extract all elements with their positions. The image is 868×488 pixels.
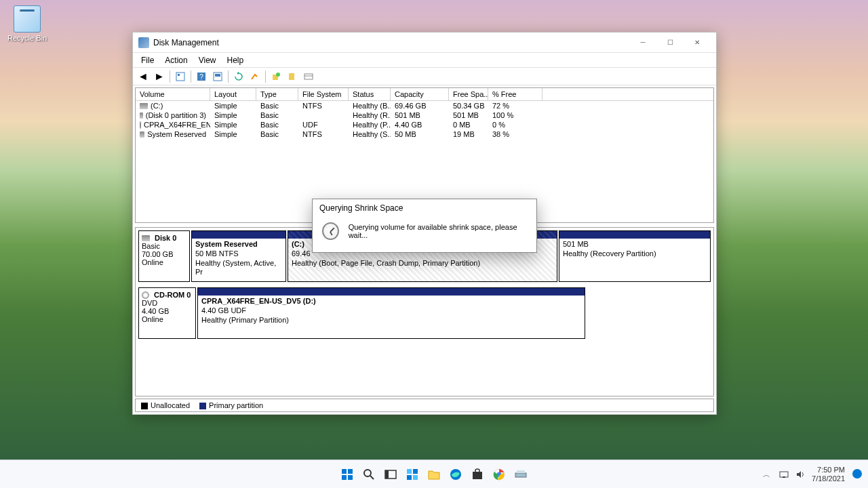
svg-point-31 bbox=[852, 469, 862, 479]
volume-row[interactable]: (C:)SimpleBasicNTFSHealthy (B...69.46 GB… bbox=[136, 101, 713, 110]
volume-row[interactable]: CPRA_X64FRE_EN-...SimpleBasicUDFHealthy … bbox=[136, 120, 713, 129]
svg-text:?: ? bbox=[199, 73, 203, 81]
unallocated-swatch bbox=[141, 403, 148, 409]
drive-icon bbox=[140, 113, 143, 119]
svg-point-7 bbox=[276, 73, 280, 77]
dialog-message: Querying volume for available shrink spa… bbox=[349, 223, 527, 239]
svg-rect-0 bbox=[176, 73, 184, 81]
taskbar-center bbox=[338, 466, 530, 483]
drive-icon bbox=[142, 235, 150, 241]
menu-file[interactable]: File bbox=[136, 54, 159, 66]
store-icon[interactable] bbox=[469, 466, 486, 483]
svg-rect-24 bbox=[473, 472, 482, 479]
app-icon bbox=[138, 37, 149, 48]
explorer-icon[interactable] bbox=[425, 466, 443, 483]
svg-rect-14 bbox=[348, 475, 353, 480]
svg-rect-28 bbox=[517, 470, 525, 473]
svg-point-15 bbox=[364, 470, 371, 476]
svg-rect-29 bbox=[780, 472, 788, 477]
window-title: Disk Management bbox=[153, 38, 629, 47]
maximize-button[interactable]: ☐ bbox=[656, 33, 684, 52]
svg-rect-5 bbox=[215, 74, 220, 77]
recycle-bin-icon bbox=[14, 5, 41, 33]
desktop: Recycle Bin Disk Management ─ ☐ ✕ File A… bbox=[0, 0, 868, 488]
task-view-icon[interactable] bbox=[382, 466, 399, 483]
titlebar[interactable]: Disk Management ─ ☐ ✕ bbox=[133, 33, 716, 53]
svg-rect-27 bbox=[515, 473, 526, 477]
partition[interactable]: System Reserved50 MB NTFSHealthy (System… bbox=[191, 230, 286, 282]
clock[interactable]: 7:50 PM 7/18/2021 bbox=[812, 466, 845, 483]
menu-action[interactable]: Action bbox=[159, 54, 193, 66]
widgets-icon[interactable] bbox=[403, 466, 421, 483]
col-capacity[interactable]: Capacity bbox=[391, 88, 449, 100]
volume-row[interactable]: System ReservedSimpleBasicNTFSHealthy (S… bbox=[136, 129, 713, 139]
menu-view[interactable]: View bbox=[193, 54, 222, 66]
svg-rect-19 bbox=[407, 469, 412, 474]
cd-icon bbox=[142, 291, 149, 299]
col-volume[interactable]: Volume bbox=[136, 88, 210, 100]
svg-line-16 bbox=[370, 476, 374, 479]
close-button[interactable]: ✕ bbox=[684, 33, 711, 52]
menu-help[interactable]: Help bbox=[222, 54, 250, 66]
menubar: File Action View Help bbox=[133, 53, 716, 68]
toolbar: ◄ ► ? bbox=[133, 68, 716, 85]
disk-mgmt-taskbar-icon[interactable] bbox=[512, 466, 530, 483]
disk-row: CD-ROM 0DVD4.40 GBOnlineCPRA_X64FRE_EN-U… bbox=[138, 287, 711, 339]
drive-icon bbox=[140, 131, 144, 138]
querying-shrink-dialog: Querying Shrink Space Querying volume fo… bbox=[312, 199, 537, 253]
col-type[interactable]: Type bbox=[256, 88, 298, 100]
wait-icon bbox=[322, 222, 339, 240]
col-filesystem[interactable]: File System bbox=[298, 88, 349, 100]
disk-label[interactable]: CD-ROM 0DVD4.40 GBOnline bbox=[138, 287, 196, 339]
col-percent-free[interactable]: % Free bbox=[488, 88, 542, 100]
svg-rect-13 bbox=[342, 475, 347, 480]
cd-icon bbox=[140, 121, 141, 129]
legend-unallocated: Unallocated bbox=[151, 401, 190, 409]
legend: Unallocated Primary partition bbox=[135, 399, 714, 412]
svg-rect-1 bbox=[178, 74, 180, 76]
disk-label[interactable]: Disk 0Basic70.00 GBOnline bbox=[138, 230, 190, 282]
show-hide-tree-button[interactable] bbox=[173, 69, 188, 84]
date: 7/18/2021 bbox=[812, 474, 845, 483]
drive-icon bbox=[140, 103, 148, 109]
volume-list-header: Volume Layout Type File System Status Ca… bbox=[136, 88, 713, 101]
col-free[interactable]: Free Spa... bbox=[449, 88, 488, 100]
action1-button[interactable] bbox=[269, 69, 283, 84]
col-status[interactable]: Status bbox=[349, 88, 391, 100]
legend-primary: Primary partition bbox=[209, 401, 263, 409]
recycle-bin[interactable]: Recycle Bin bbox=[7, 5, 47, 42]
minimize-button[interactable]: ─ bbox=[629, 33, 656, 52]
chrome-icon[interactable] bbox=[490, 466, 508, 483]
svg-rect-18 bbox=[385, 470, 389, 479]
rescan-button[interactable] bbox=[248, 69, 262, 84]
forward-button[interactable]: ► bbox=[152, 69, 167, 84]
svg-rect-22 bbox=[413, 475, 418, 480]
primary-swatch bbox=[199, 403, 206, 409]
volume-row[interactable]: (Disk 0 partition 3)SimpleBasicHealthy (… bbox=[136, 110, 713, 120]
partition[interactable]: 501 MBHealthy (Recovery Partition) bbox=[559, 230, 711, 282]
partition[interactable]: CPRA_X64FRE_EN-US_DV5 (D:)4.40 GB UDFHea… bbox=[197, 287, 585, 339]
refresh-button[interactable] bbox=[231, 69, 246, 84]
start-button[interactable] bbox=[338, 466, 356, 483]
svg-rect-12 bbox=[348, 469, 353, 474]
chevron-up-icon[interactable]: ︿ bbox=[763, 470, 772, 479]
help-button[interactable]: ? bbox=[194, 69, 209, 84]
network-icon[interactable] bbox=[779, 470, 789, 479]
settings-button[interactable] bbox=[210, 69, 225, 84]
search-icon[interactable] bbox=[360, 466, 378, 483]
svg-rect-11 bbox=[342, 469, 347, 474]
svg-rect-9 bbox=[304, 74, 313, 79]
system-tray: ︿ 7:50 PM 7/18/2021 bbox=[763, 466, 863, 483]
time: 7:50 PM bbox=[812, 466, 845, 474]
dialog-title: Querying Shrink Space bbox=[313, 199, 536, 217]
taskbar: ︿ 7:50 PM 7/18/2021 bbox=[0, 460, 868, 488]
recycle-bin-label: Recycle Bin bbox=[7, 34, 47, 42]
notifications-icon[interactable] bbox=[852, 468, 863, 481]
action2-button[interactable] bbox=[285, 69, 300, 84]
col-layout[interactable]: Layout bbox=[210, 88, 256, 100]
properties-button[interactable] bbox=[301, 69, 316, 84]
svg-rect-8 bbox=[289, 73, 294, 80]
edge-icon[interactable] bbox=[447, 466, 465, 483]
back-button[interactable]: ◄ bbox=[136, 69, 151, 84]
volume-icon[interactable] bbox=[795, 470, 805, 479]
